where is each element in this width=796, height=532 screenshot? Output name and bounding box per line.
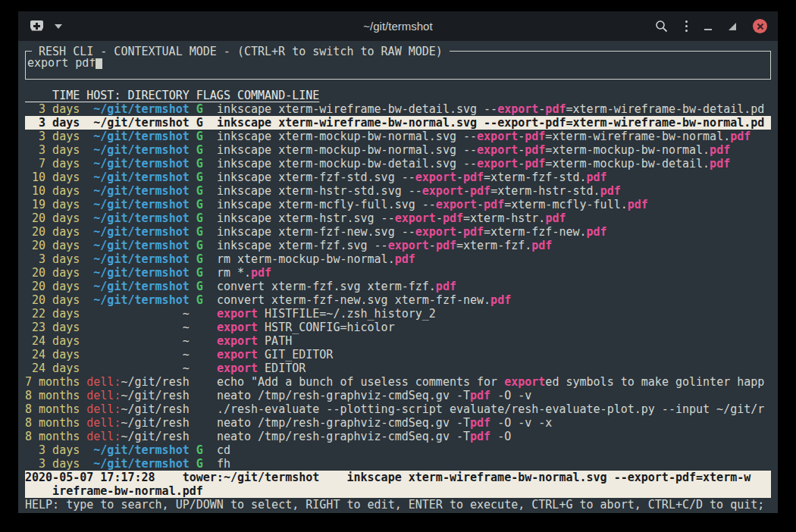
row-directory: ~/git/termshot (86, 252, 189, 266)
row-directory: ~/git/termshot (86, 102, 189, 116)
history-row[interactable]: 24 days ~ export PATH (25, 334, 771, 348)
row-directory: ~/git/termshot (86, 157, 189, 171)
row-time: 3 days (25, 102, 80, 116)
row-command: inkscape xterm-mockup-bw-normal.svg --ex… (217, 143, 730, 157)
history-list: 3 days ~/git/termshot G inkscape xterm-w… (25, 102, 771, 471)
history-row[interactable]: 20 days ~/git/termshot G inkscape xterm-… (25, 225, 771, 239)
row-time: 8 months (25, 416, 80, 430)
row-flags: G (196, 211, 203, 225)
row-flags: G (196, 130, 203, 143)
terminal-window: ~/git/termshot RESH CLI - CONTEXTUAL MOD (18, 11, 778, 513)
table-header: TIME HOST: DIRECTORY FLAGS COMMAND-LINE (25, 89, 771, 102)
row-flags: G (196, 252, 203, 266)
row-directory: dell:~/git/resh (86, 402, 189, 416)
history-row[interactable]: 7 months dell:~/git/resh echo "Add a bun… (25, 375, 771, 389)
row-command: neato /tmp/resh-graphviz-cmdSeq.gv -Tpdf… (217, 389, 531, 402)
row-command: inkscape xterm-fzf-new.svg --export-pdf=… (217, 225, 607, 239)
row-time: 10 days (25, 184, 80, 198)
row-directory: dell:~/git/resh (86, 430, 189, 443)
row-time: 8 months (25, 430, 80, 443)
row-command: export PATH (217, 334, 292, 348)
history-row[interactable]: 20 days ~/git/termshot G convert xterm-f… (25, 293, 771, 307)
history-row[interactable]: 20 days ~/git/termshot G rm *.pdf (25, 266, 771, 280)
text-cursor (96, 57, 102, 69)
row-flags (196, 348, 203, 361)
row-flags: G (196, 443, 203, 457)
history-row[interactable]: 24 days ~ export GIT_EDITOR (25, 348, 771, 361)
row-time: 8 months (25, 389, 80, 402)
history-row[interactable]: 3 days ~/git/termshot G inkscape xterm-m… (25, 130, 771, 143)
row-directory: ~/git/termshot (86, 266, 189, 280)
history-row[interactable]: 8 months dell:~/git/resh neato /tmp/resh… (25, 430, 771, 443)
history-row[interactable]: 22 days ~ export HISTFILE=~/.zsh_history… (25, 307, 771, 321)
status-line-2: ireframe-bw-normal.pdf (25, 484, 771, 498)
search-button[interactable] (655, 20, 669, 33)
row-directory: ~/git/termshot (86, 225, 189, 239)
row-time: 3 days (25, 443, 80, 457)
row-directory: ~/git/termshot (86, 293, 189, 307)
row-time: 3 days (25, 130, 80, 143)
row-command: inkscape xterm-wireframe-bw-normal.svg -… (217, 116, 764, 130)
row-time: 20 days (25, 266, 80, 280)
history-row[interactable]: 3 days ~/git/termshot G inkscape xterm-w… (25, 102, 771, 116)
row-time: 20 days (25, 280, 80, 293)
history-row[interactable]: 8 months dell:~/git/resh ./resh-evaluate… (25, 402, 771, 416)
row-command: convert xterm-fzf.svg xterm-fzf.pdf (217, 280, 456, 293)
restore-icon (729, 23, 736, 30)
history-row[interactable]: 19 days ~/git/termshot G inkscape xterm-… (25, 198, 771, 211)
close-button[interactable] (753, 19, 767, 33)
row-directory: ~ (86, 348, 189, 361)
history-row[interactable]: 8 months dell:~/git/resh neato /tmp/resh… (25, 416, 771, 430)
row-command: export GIT_EDITOR (217, 348, 334, 361)
row-command: inkscape xterm-mockup-bw-detail.svg --ex… (217, 157, 730, 171)
row-time: 23 days (25, 321, 80, 334)
row-flags (196, 430, 203, 443)
row-command: neato /tmp/resh-graphviz-cmdSeq.gv -Tpdf… (217, 430, 511, 443)
row-command: inkscape xterm-fzf-std.svg --export-pdf=… (217, 171, 607, 184)
row-flags: G (196, 143, 203, 157)
row-directory: ~/git/termshot (86, 280, 189, 293)
row-directory: ~ (86, 361, 189, 375)
history-row[interactable]: 3 days ~/git/termshot G fh (25, 457, 771, 471)
row-flags: G (196, 102, 203, 116)
row-directory: ~/git/termshot (86, 211, 189, 225)
row-time: 20 days (25, 239, 80, 252)
history-row[interactable]: 7 days ~/git/termshot G inkscape xterm-m… (25, 157, 771, 171)
history-row[interactable]: 10 days ~/git/termshot G inkscape xterm-… (25, 171, 771, 184)
row-command: export EDITOR (217, 361, 306, 375)
row-time: 3 days (25, 116, 80, 130)
history-row[interactable]: 24 days ~ export EDITOR (25, 361, 771, 375)
status-line-1: 2020-05-07 17:17:28 tower:~/git/termshot… (25, 471, 771, 484)
search-icon (655, 20, 669, 33)
history-row[interactable]: 8 months dell:~/git/resh neato /tmp/resh… (25, 389, 771, 402)
history-row[interactable]: 3 days ~/git/termshot G rm xterm-mockup-… (25, 252, 771, 266)
row-flags: G (196, 184, 203, 198)
row-time: 3 days (25, 143, 80, 157)
menu-button[interactable] (685, 20, 688, 33)
history-row[interactable]: 3 days ~/git/termshot G inkscape xterm-m… (25, 143, 771, 157)
row-flags: G (196, 239, 203, 252)
minimize-button[interactable] (704, 23, 712, 30)
row-command: fh (217, 457, 230, 471)
row-directory: ~/git/termshot (86, 171, 189, 184)
history-row[interactable]: 20 days ~/git/termshot G inkscape xterm-… (25, 211, 771, 225)
row-time: 24 days (25, 334, 80, 348)
history-row[interactable]: 20 days ~/git/termshot G convert xterm-f… (25, 280, 771, 293)
row-time: 3 days (25, 252, 80, 266)
history-row[interactable]: 3 days ~/git/termshot G cd (25, 443, 771, 457)
row-command: export HISTFILE=~/.zsh_history_2 (217, 307, 436, 321)
restore-button[interactable] (729, 23, 736, 30)
row-directory: ~/git/termshot (86, 184, 189, 198)
row-directory: ~/git/termshot (86, 239, 189, 252)
history-row[interactable]: 10 days ~/git/termshot G inkscape xterm-… (25, 184, 771, 198)
row-directory: ~/git/termshot (86, 457, 189, 471)
row-flags (196, 416, 203, 430)
history-row[interactable]: 23 days ~ export HSTR_CONFIG=hicolor (25, 321, 771, 334)
row-command: rm *.pdf (217, 266, 271, 280)
row-time: 20 days (25, 293, 80, 307)
history-row-selected[interactable]: 3 days ~/git/termshot G inkscape xterm-w… (25, 116, 771, 130)
row-flags: G (196, 280, 203, 293)
status-bar: 2020-05-07 17:17:28 tower:~/git/termshot… (25, 471, 771, 498)
row-command: inkscape xterm-hstr.svg --export-pdf=xte… (217, 211, 566, 225)
history-row[interactable]: 20 days ~/git/termshot G inkscape xterm-… (25, 239, 771, 252)
